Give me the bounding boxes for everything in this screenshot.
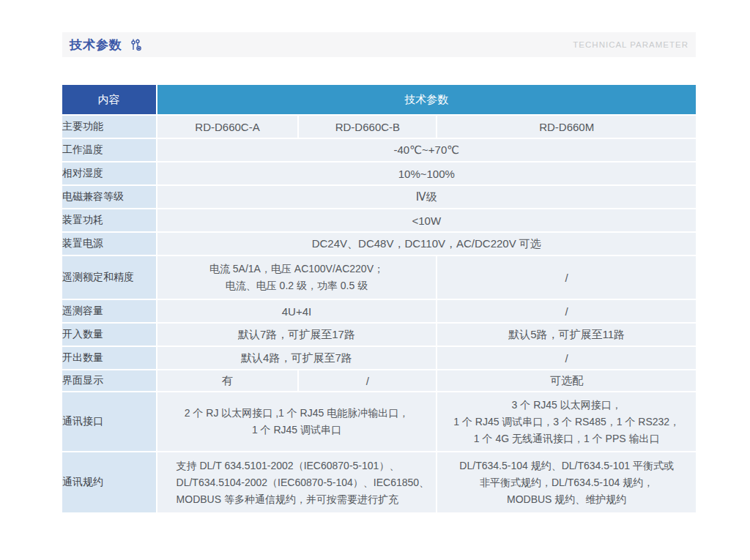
row-label-comm-protocol: 通讯规约 <box>62 452 156 512</box>
row-label-comm-interface: 通讯接口 <box>62 392 156 451</box>
cell-di-count-right: 默认5路，可扩展至11路 <box>437 324 696 346</box>
comm-protocol-right-line3: MODBUS 规约、维护规约 <box>437 491 696 508</box>
table-header-row: 内容 技术参数 <box>62 85 696 114</box>
header-cell-params: 技术参数 <box>157 85 696 114</box>
row-label-power-consumption: 装置功耗 <box>62 209 156 231</box>
row-main-function: 主要功能 RD-D660C-A RD-D660C-B RD-D660M <box>62 116 696 138</box>
row-emc: 电磁兼容等级 Ⅳ级 <box>62 186 696 208</box>
cell-comm-protocol-right: DL/T634.5-104 规约、DL/T634.5-101 平衡式或 非平衡式… <box>437 452 696 512</box>
page: 技术参数 TECHNICAL PARAMETER <box>0 0 750 560</box>
comm-interface-left-line2: 1 个 RJ45 调试串口 <box>157 422 437 438</box>
row-label-telemetry-rating: 遥测额定和精度 <box>62 256 156 299</box>
cell-power-supply-value: DC24V、DC48V，DC110V，AC/DC220V 可选 <box>157 233 696 255</box>
cell-display-a: 有 <box>157 370 298 391</box>
row-telemetry-rating: 遥测额定和精度 电流 5A/1A，电压 AC100V/AC220V； 电流、电压… <box>62 256 696 299</box>
row-do-count: 开出数量 默认4路，可扩展至7路 / <box>62 347 696 369</box>
comm-interface-left-line1: 2 个 RJ 以太网接口 ,1 个 RJ45 电能脉冲输出口， <box>157 405 437 422</box>
comm-interface-right-line2: 1 个 RJ45 调试串口，3 个 RS485，1 个 RS232， <box>437 414 696 430</box>
row-comm-protocol: 通讯规约 支持 DL/T 634.5101-2002（IEC60870-5-10… <box>62 452 696 512</box>
cell-emc-value: Ⅳ级 <box>157 186 696 208</box>
cell-model-m: RD-D660M <box>437 116 696 138</box>
row-label-do-count: 开出数量 <box>62 347 156 369</box>
cell-display-m: 可选配 <box>437 370 696 391</box>
row-humidity: 相对湿度 10%~100% <box>62 163 696 184</box>
cell-comm-protocol-left: 支持 DL/T 634.5101-2002（IEC60870-5-101）、 D… <box>157 452 437 512</box>
telemetry-rating-line1: 电流 5A/1A，电压 AC100V/AC220V； <box>157 261 437 277</box>
comm-interface-right-line1: 3 个 RJ45 以太网接口， <box>437 397 696 414</box>
cell-telemetry-capacity-left: 4U+4I <box>157 300 437 322</box>
row-power-supply: 装置电源 DC24V、DC48V，DC110V，AC/DC220V 可选 <box>62 233 696 255</box>
cell-comm-interface-left: 2 个 RJ 以太网接口 ,1 个 RJ45 电能脉冲输出口， 1 个 RJ45… <box>157 392 437 451</box>
comm-protocol-left-line2: DL/T634.5104-2002（IEC60870-5-104）、IEC618… <box>177 474 437 491</box>
cell-telemetry-rating-left: 电流 5A/1A，电压 AC100V/AC220V； 电流、电压 0.2 级，功… <box>157 256 437 299</box>
row-display: 界面显示 有 / 可选配 <box>62 370 696 391</box>
telemetry-rating-line2: 电流、电压 0.2 级，功率 0.5 级 <box>157 277 437 294</box>
row-comm-interface: 通讯接口 2 个 RJ 以太网接口 ,1 个 RJ45 电能脉冲输出口， 1 个… <box>62 392 696 451</box>
header-cell-content: 内容 <box>62 85 156 114</box>
cell-telemetry-rating-right: / <box>437 256 696 299</box>
cell-model-a: RD-D660C-A <box>157 116 298 138</box>
row-label-work-temp: 工作温度 <box>62 139 156 161</box>
row-work-temp: 工作温度 -40℃~+70℃ <box>62 139 696 161</box>
comm-protocol-left-line3: MODBUS 等多种通信规约，并可按需要进行扩充 <box>177 491 437 508</box>
comm-protocol-left-line1: 支持 DL/T 634.5101-2002（IEC60870-5-101）、 <box>177 458 437 474</box>
comm-interface-right-line3: 1 个 4G 无线通讯接口，1 个 PPS 输出口 <box>437 430 696 447</box>
section-titlebar: 技术参数 TECHNICAL PARAMETER <box>62 32 696 57</box>
row-label-humidity: 相对湿度 <box>62 163 156 184</box>
row-label-di-count: 开入数量 <box>62 324 156 346</box>
cell-di-count-left: 默认7路，可扩展至17路 <box>157 324 437 346</box>
row-di-count: 开入数量 默认7路，可扩展至17路 默认5路，可扩展至11路 <box>62 324 696 346</box>
sliders-icon <box>130 38 143 51</box>
cell-humidity-value: 10%~100% <box>157 163 696 184</box>
cell-do-count-right: / <box>437 347 696 369</box>
comm-protocol-right-line1: DL/T634.5-104 规约、DL/T634.5-101 平衡式或 <box>437 458 696 474</box>
cell-model-b: RD-D660C-B <box>299 116 436 138</box>
row-telemetry-capacity: 遥测容量 4U+4I / <box>62 300 696 322</box>
row-label-display: 界面显示 <box>62 370 156 391</box>
cell-do-count-left: 默认4路，可扩展至7路 <box>157 347 437 369</box>
cell-work-temp-value: -40℃~+70℃ <box>157 139 696 161</box>
cell-comm-interface-right: 3 个 RJ45 以太网接口， 1 个 RJ45 调试串口，3 个 RS485，… <box>437 392 696 451</box>
row-label-power-supply: 装置电源 <box>62 233 156 255</box>
row-label-telemetry-capacity: 遥测容量 <box>62 300 156 322</box>
tech-params-table: 内容 技术参数 主要功能 RD-D660C-A RD-D660C-B RD-D6… <box>61 83 697 514</box>
row-label-main-function: 主要功能 <box>62 116 156 138</box>
comm-protocol-right-line2: 非平衡式规约，DL/T634.5-104 规约， <box>437 474 696 491</box>
page-subtitle-en: TECHNICAL PARAMETER <box>573 40 688 49</box>
cell-power-consumption-value: <10W <box>157 209 696 231</box>
row-label-emc: 电磁兼容等级 <box>62 186 156 208</box>
page-title: 技术参数 <box>70 37 122 53</box>
cell-telemetry-capacity-right: / <box>437 300 696 322</box>
row-power-consumption: 装置功耗 <10W <box>62 209 696 231</box>
cell-display-b: / <box>299 370 436 391</box>
